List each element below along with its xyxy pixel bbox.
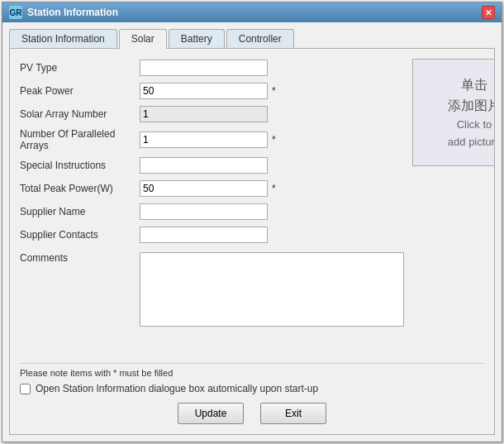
window-icon: GR bbox=[9, 6, 22, 19]
tab-station-information[interactable]: Station Information bbox=[9, 29, 117, 48]
checkbox-label: Open Station Information dialogue box au… bbox=[36, 383, 318, 394]
supplier-name-row: Supplier Name bbox=[20, 203, 404, 221]
special-instructions-label: Special Instructions bbox=[20, 160, 140, 171]
exit-button[interactable]: Exit bbox=[260, 403, 326, 424]
peak-power-input[interactable] bbox=[140, 83, 268, 99]
special-instructions-input[interactable] bbox=[140, 157, 268, 174]
window-body: Station Information Solar Battery Contro… bbox=[2, 22, 502, 442]
main-window: GR Station Information ✕ Station Informa… bbox=[2, 2, 502, 442]
total-peak-power-input[interactable] bbox=[140, 180, 268, 197]
pv-type-label: PV Type bbox=[20, 62, 140, 74]
solar-array-number-row: Solar Array Number bbox=[20, 105, 404, 123]
image-placeholder-english: Click toadd picture bbox=[448, 117, 495, 151]
tab-content: PV Type Peak Power * Solar Array Number bbox=[9, 49, 495, 435]
update-button[interactable]: Update bbox=[178, 403, 244, 424]
supplier-contacts-row: Supplier Contacts bbox=[20, 226, 404, 244]
button-row: Update Exit bbox=[20, 403, 484, 424]
tab-solar[interactable]: Solar bbox=[119, 29, 167, 49]
comments-row: Comments bbox=[20, 252, 404, 327]
auto-open-checkbox[interactable] bbox=[20, 384, 31, 394]
image-placeholder-chinese: 单击添加图片 bbox=[448, 74, 495, 117]
peak-power-required: * bbox=[272, 85, 276, 97]
pv-type-input[interactable] bbox=[140, 60, 268, 76]
note-text: Please note items with * must be filled bbox=[20, 363, 484, 378]
content-area: PV Type Peak Power * Solar Array Number bbox=[20, 59, 484, 356]
tab-battery[interactable]: Battery bbox=[169, 29, 225, 48]
solar-array-number-label: Solar Array Number bbox=[20, 108, 140, 120]
title-bar: GR Station Information ✕ bbox=[2, 2, 502, 22]
paralleled-arrays-required: * bbox=[272, 134, 276, 146]
paralleled-arrays-input[interactable] bbox=[140, 131, 268, 148]
solar-array-number-input[interactable] bbox=[140, 106, 268, 122]
total-peak-power-required: * bbox=[272, 183, 276, 194]
peak-power-row: Peak Power * bbox=[20, 82, 404, 100]
pv-type-row: PV Type bbox=[20, 59, 404, 77]
window-title: Station Information bbox=[27, 7, 118, 18]
bottom-section: Please note items with * must be filled … bbox=[20, 363, 484, 424]
paralleled-arrays-label: Number Of Paralleled Arrays bbox=[20, 128, 140, 151]
paralleled-arrays-row: Number Of Paralleled Arrays * bbox=[20, 128, 404, 151]
supplier-name-label: Supplier Name bbox=[20, 206, 140, 217]
supplier-name-input[interactable] bbox=[140, 203, 268, 220]
tab-bar: Station Information Solar Battery Contro… bbox=[9, 29, 495, 49]
comments-label: Comments bbox=[20, 252, 140, 264]
total-peak-power-row: Total Peak Power(W) * bbox=[20, 179, 404, 198]
special-instructions-row: Special Instructions bbox=[20, 156, 404, 174]
form-section: PV Type Peak Power * Solar Array Number bbox=[20, 59, 404, 356]
title-bar-left: GR Station Information bbox=[9, 6, 118, 19]
supplier-contacts-input[interactable] bbox=[140, 227, 268, 243]
image-placeholder[interactable]: 单击添加图片 Click toadd picture bbox=[412, 59, 495, 166]
peak-power-label: Peak Power bbox=[20, 85, 140, 97]
checkbox-row: Open Station Information dialogue box au… bbox=[20, 383, 484, 394]
total-peak-power-label: Total Peak Power(W) bbox=[20, 183, 140, 194]
supplier-contacts-label: Supplier Contacts bbox=[20, 229, 140, 241]
comments-textarea[interactable] bbox=[140, 252, 404, 327]
close-button[interactable]: ✕ bbox=[482, 6, 495, 19]
tab-controller[interactable]: Controller bbox=[226, 29, 294, 48]
